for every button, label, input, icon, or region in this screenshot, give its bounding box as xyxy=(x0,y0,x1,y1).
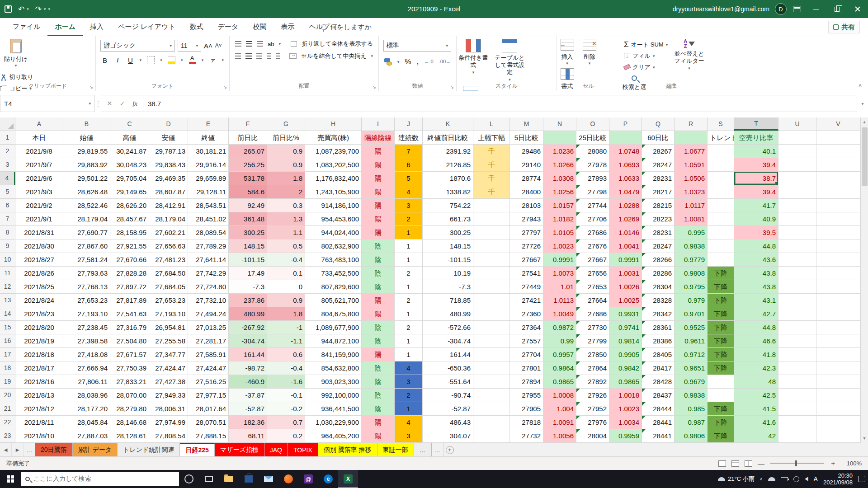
cell-N14[interactable]: 1.0049 xyxy=(543,307,576,321)
sheet-tab-2[interactable]: トレンド統計関連 xyxy=(118,443,180,456)
align-left-icon[interactable] xyxy=(235,53,241,59)
align-middle-icon[interactable] xyxy=(246,41,252,47)
sheet-tab-9[interactable]: … xyxy=(414,443,432,456)
cell-A7[interactable]: 2021/9/1 xyxy=(15,212,63,226)
cell-S5[interactable] xyxy=(708,185,734,199)
cell-N7[interactable]: 1.0182 xyxy=(543,212,576,226)
cell-B18[interactable]: 27,666.94 xyxy=(63,361,110,375)
cell-G9[interactable]: 0.5 xyxy=(267,239,305,253)
cell-T12[interactable]: 43.8 xyxy=(734,280,778,294)
sort-filter-button[interactable]: AZ 並べ替えとフィルター▾ xyxy=(672,36,707,72)
cell-Q3[interactable]: 28247 xyxy=(642,158,675,172)
cell-B4[interactable]: 29,501.22 xyxy=(63,172,110,185)
column-header-C[interactable]: C xyxy=(110,117,149,131)
cell-S15[interactable]: 下降 xyxy=(708,321,734,334)
cell-M5[interactable]: 28400 xyxy=(510,185,543,199)
cell-Q16[interactable]: 28386 xyxy=(642,334,675,348)
cell-K20[interactable]: -90.74 xyxy=(423,389,473,402)
cell-D11[interactable]: 27,684.50 xyxy=(149,267,188,280)
cell-L4[interactable]: 千 xyxy=(473,172,510,185)
cell-T14[interactable]: 42.7 xyxy=(734,307,778,321)
row-header-2[interactable]: 2 xyxy=(0,145,15,158)
cell-C8[interactable]: 28,158.95 xyxy=(110,226,149,239)
cell-J17[interactable]: 1 xyxy=(395,348,423,361)
cell-N1[interactable] xyxy=(543,131,576,145)
cell-O5[interactable]: 27798 xyxy=(576,185,609,199)
cell-B11[interactable]: 27,793.63 xyxy=(63,267,110,280)
cell-V2[interactable] xyxy=(816,145,860,158)
cell-G10[interactable]: -0.4 xyxy=(267,253,305,267)
cell-M1[interactable]: 5日比較 xyxy=(510,131,543,145)
cell-M14[interactable]: 27360 xyxy=(510,307,543,321)
cell-N3[interactable]: 1.0266 xyxy=(543,158,576,172)
cell-A21[interactable]: 2021/8/12 xyxy=(15,402,63,416)
cell-H20[interactable]: 992,100,000 xyxy=(305,389,362,402)
cell-P4[interactable]: 1.0633 xyxy=(609,172,642,185)
cell-P15[interactable]: 0.9741 xyxy=(609,321,642,334)
cell-G15[interactable]: -1 xyxy=(267,321,305,334)
cell-N18[interactable]: 0.9864 xyxy=(543,361,576,375)
cell-V4[interactable] xyxy=(816,172,860,185)
cell-Q7[interactable]: 28223 xyxy=(642,212,675,226)
cell-U22[interactable] xyxy=(778,416,816,429)
ribbon-display-options-icon[interactable] xyxy=(793,6,801,12)
cell-C18[interactable]: 27,750.39 xyxy=(110,361,149,375)
cell-I18[interactable]: 陰 xyxy=(362,361,395,375)
cell-R1[interactable] xyxy=(675,131,708,145)
cell-B10[interactable]: 27,581.24 xyxy=(63,253,110,267)
task-view-button[interactable] xyxy=(199,470,219,488)
cell-K8[interactable]: 300.25 xyxy=(423,226,473,239)
increase-indent-icon[interactable] xyxy=(276,53,280,59)
cell-G17[interactable]: 0.6 xyxy=(267,348,305,361)
cell-Q20[interactable]: 28437 xyxy=(642,389,675,402)
cell-B2[interactable]: 29,819.55 xyxy=(63,145,110,158)
cell-B9[interactable]: 27,867.60 xyxy=(63,239,110,253)
column-header-Q[interactable]: Q xyxy=(642,117,675,131)
cell-A22[interactable]: 2021/8/11 xyxy=(15,416,63,429)
action-center-icon[interactable] xyxy=(858,476,865,482)
increase-decimal-icon[interactable]: ←.0 xyxy=(425,59,434,64)
cell-U19[interactable] xyxy=(778,375,816,389)
cell-H22[interactable]: 1,030,229,900 xyxy=(305,416,362,429)
cell-F19[interactable]: -460.9 xyxy=(229,375,267,389)
cell-N8[interactable]: 1.0105 xyxy=(543,226,576,239)
cell-H9[interactable]: 802,632,900 xyxy=(305,239,362,253)
cell-U11[interactable] xyxy=(778,267,816,280)
cell-D5[interactable]: 28,607.87 xyxy=(149,185,188,199)
cell-M8[interactable]: 27797 xyxy=(510,226,543,239)
cell-V15[interactable] xyxy=(816,321,860,334)
cell-A9[interactable]: 2021/8/30 xyxy=(15,239,63,253)
ribbon-tab-1[interactable]: ホーム xyxy=(47,18,83,36)
cell-I13[interactable]: 陽 xyxy=(362,294,395,307)
sheet-nav-left-icon[interactable]: ◀ xyxy=(0,443,12,456)
avatar[interactable]: D xyxy=(775,3,787,15)
cell-F7[interactable]: 361.48 xyxy=(229,212,267,226)
cell-J1[interactable]: 連続数 xyxy=(395,131,423,145)
cell-C5[interactable]: 29,149.65 xyxy=(110,185,149,199)
cell-J18[interactable]: 4 xyxy=(395,361,423,375)
column-header-H[interactable]: H xyxy=(305,117,362,131)
cell-I2[interactable]: 陽 xyxy=(362,145,395,158)
cell-R2[interactable]: 1.0677 xyxy=(675,145,708,158)
column-header-M[interactable]: M xyxy=(510,117,543,131)
row-header-12[interactable]: 12 xyxy=(0,280,15,294)
cut-button[interactable]: 切り取り xyxy=(0,71,71,83)
zoom-slider[interactable] xyxy=(770,463,824,464)
cell-L9[interactable] xyxy=(473,239,510,253)
row-header-11[interactable]: 11 xyxy=(0,267,15,280)
cell-P23[interactable]: 0.9959 xyxy=(609,429,642,443)
cell-J22[interactable]: 4 xyxy=(395,416,423,429)
column-header-U[interactable]: U xyxy=(778,117,816,131)
cell-E8[interactable]: 28,089.54 xyxy=(188,226,229,239)
cell-R10[interactable]: 0.9779 xyxy=(675,253,708,267)
cell-J6[interactable]: 3 xyxy=(395,199,423,212)
cell-P9[interactable]: 1.0041 xyxy=(609,239,642,253)
cell-L3[interactable]: 千 xyxy=(473,158,510,172)
cell-A20[interactable]: 2021/8/13 xyxy=(15,389,63,402)
cell-M7[interactable]: 27943 xyxy=(510,212,543,226)
cell-N9[interactable]: 1.0023 xyxy=(543,239,576,253)
cell-U8[interactable] xyxy=(778,226,816,239)
cell-B8[interactable]: 27,690.77 xyxy=(63,226,110,239)
cell-F13[interactable]: 237.86 xyxy=(229,294,267,307)
cell-J16[interactable]: 1 xyxy=(395,334,423,348)
